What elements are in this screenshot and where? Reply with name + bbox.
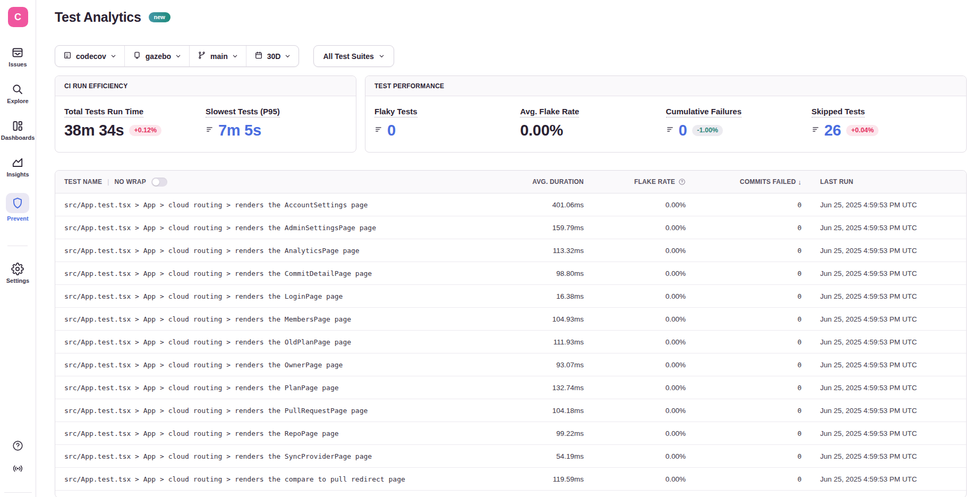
avg-duration-cell: 54.19ms <box>489 452 584 460</box>
sidebar-item-label: Issues <box>8 61 27 68</box>
col-last-run[interactable]: LAST RUN <box>802 178 966 186</box>
table-header-row: TEST NAME | NO WRAP AVG. DURATION FLAKE … <box>55 171 966 193</box>
table-row: src/App.test.tsx > App > cloud routing >… <box>55 262 966 285</box>
metric-label[interactable]: Slowest Tests (P95) <box>206 107 280 117</box>
metric-label[interactable]: Avg. Flake Rate <box>520 107 579 117</box>
table-row: src/App.test.tsx > App > cloud routing >… <box>55 445 966 468</box>
org-filter-dropdown[interactable]: codecov <box>55 46 124 66</box>
last-run-cell: Jun 25, 2025 4:59:53 PM UTC <box>802 269 966 277</box>
help-icon[interactable] <box>12 440 24 454</box>
repo-filter-value: gazebo <box>146 52 171 61</box>
metric-value-link[interactable]: 0 <box>666 122 687 139</box>
sidebar-item-insights[interactable]: Insights <box>6 156 29 178</box>
branch-filter-value: main <box>210 52 228 61</box>
metric-value-link[interactable]: 26 <box>812 122 841 139</box>
col-test-name[interactable]: TEST NAME <box>64 178 102 186</box>
chevron-down-icon <box>175 52 181 61</box>
last-run-cell: Jun 25, 2025 4:59:53 PM UTC <box>802 201 966 209</box>
flake-rate-cell: 0.00% <box>584 338 686 346</box>
flake-rate-cell: 0.00% <box>584 384 686 392</box>
metric-label[interactable]: Total Tests Run Time <box>64 107 143 117</box>
metric-label[interactable]: Flaky Tests <box>374 107 417 117</box>
org-filter-value: codecov <box>76 52 106 61</box>
last-run-cell: Jun 25, 2025 4:59:53 PM UTC <box>802 429 966 437</box>
col-commits-failed[interactable]: COMMITS FAILED ↓ <box>686 178 802 186</box>
avg-duration-cell: 93.07ms <box>489 361 584 369</box>
table-row: src/App.test.tsx > App > cloud routing >… <box>55 353 966 376</box>
repo-filter-dropdown[interactable]: gazebo <box>124 46 189 66</box>
flake-rate-cell: 0.00% <box>584 315 686 323</box>
last-run-cell: Jun 25, 2025 4:59:53 PM UTC <box>802 315 966 323</box>
toggle-knob <box>152 179 159 186</box>
avg-duration-cell: 104.18ms <box>489 407 584 415</box>
metric-label[interactable]: Skipped Tests <box>812 107 865 117</box>
chevron-down-icon <box>285 52 291 61</box>
avg-duration-cell: 111.93ms <box>489 338 584 346</box>
chevron-down-icon <box>379 52 385 61</box>
shield-icon <box>11 197 24 209</box>
branch-filter-dropdown[interactable]: main <box>189 46 246 66</box>
test-name-cell: src/App.test.tsx > App > cloud routing >… <box>55 475 489 483</box>
panel-title: TEST PERFORMANCE <box>365 76 966 96</box>
col-avg-duration[interactable]: AVG. DURATION <box>489 178 584 186</box>
org-avatar[interactable]: C <box>8 7 28 27</box>
commits-failed-cell: 0 <box>686 269 802 277</box>
test-name-cell: src/App.test.tsx > App > cloud routing >… <box>55 429 489 437</box>
metric-value: 7m 5s <box>218 122 261 139</box>
test-name-cell: src/App.test.tsx > App > cloud routing >… <box>55 292 489 300</box>
sidebar-item-prevent[interactable]: Prevent <box>6 193 29 222</box>
test-suites-value: All Test Suites <box>323 52 373 61</box>
test-name-cell: src/App.test.tsx > App > cloud routing >… <box>55 315 489 323</box>
table-row: src/App.test.tsx > App > cloud routing >… <box>55 193 966 216</box>
col-flake-rate[interactable]: FLAKE RATE <box>584 178 686 186</box>
metric-value-link[interactable]: 0 <box>374 122 396 139</box>
commits-failed-cell: 0 <box>686 315 802 323</box>
sidebar-item-issues[interactable]: Issues <box>8 46 27 68</box>
test-name-cell: src/App.test.tsx > App > cloud routing >… <box>55 384 489 392</box>
avg-duration-cell: 159.79ms <box>489 224 584 232</box>
metric-label[interactable]: Cumulative Failures <box>666 107 742 117</box>
org-icon <box>63 51 72 61</box>
header-separator: | <box>107 178 109 186</box>
table-row: src/App.test.tsx > App > cloud routing >… <box>55 468 966 491</box>
test-suites-dropdown[interactable]: All Test Suites <box>313 45 394 67</box>
test-name-cell: src/App.test.tsx > App > cloud routing >… <box>55 361 489 369</box>
avg-duration-cell: 98.80ms <box>489 269 584 277</box>
table-row: src/App.test.tsx > App > cloud routing >… <box>55 331 966 353</box>
filter-segment-group: codecov gazebo <box>55 45 299 67</box>
whats-new-icon[interactable] <box>11 462 24 477</box>
active-item-highlight <box>6 193 29 213</box>
flake-rate-cell: 0.00% <box>584 269 686 277</box>
test-name-cell: src/App.test.tsx > App > cloud routing >… <box>55 407 489 415</box>
summary-panels: CI RUN EFFICIENCY Total Tests Run Time 3… <box>55 75 967 153</box>
filter-lines-icon <box>206 125 215 136</box>
sidebar-item-explore[interactable]: Explore <box>7 83 28 104</box>
avg-duration-cell: 16.38ms <box>489 292 584 300</box>
metric-avg-flake-rate: Avg. Flake Rate 0.00% <box>520 107 666 139</box>
commits-failed-cell: 0 <box>686 361 802 369</box>
metric-total-tests-run-time: Total Tests Run Time 38m 34s +0.12% <box>64 107 206 139</box>
search-icon <box>11 83 24 96</box>
test-name-cell: src/App.test.tsx > App > cloud routing >… <box>55 269 489 277</box>
flake-rate-cell: 0.00% <box>584 452 686 460</box>
repo-icon <box>133 51 141 61</box>
no-wrap-toggle[interactable] <box>151 178 167 187</box>
page-title: Test Analytics <box>55 10 141 25</box>
avg-duration-cell: 113.32ms <box>489 247 584 255</box>
sidebar-item-label: Insights <box>6 171 29 178</box>
table-row: src/App.test.tsx > App > cloud routing >… <box>55 285 966 308</box>
metric-value-link[interactable]: 7m 5s <box>206 122 261 139</box>
commits-failed-cell: 0 <box>686 224 802 232</box>
commits-failed-cell: 0 <box>686 475 802 483</box>
sidebar-item-dashboards[interactable]: Dashboards <box>1 120 35 141</box>
date-range-dropdown[interactable]: 30D <box>246 46 299 66</box>
trend-badge: +0.12% <box>129 125 161 136</box>
trend-badge: -1.00% <box>692 125 723 136</box>
ci-run-efficiency-panel: CI RUN EFFICIENCY Total Tests Run Time 3… <box>55 75 356 153</box>
help-circle-icon[interactable] <box>678 178 686 186</box>
metric-value: 0 <box>679 122 687 139</box>
flake-rate-cell: 0.00% <box>584 224 686 232</box>
sidebar-item-settings[interactable]: Settings <box>6 263 29 284</box>
new-feature-badge: new <box>149 12 171 22</box>
sidebar-bottom <box>4 440 32 493</box>
